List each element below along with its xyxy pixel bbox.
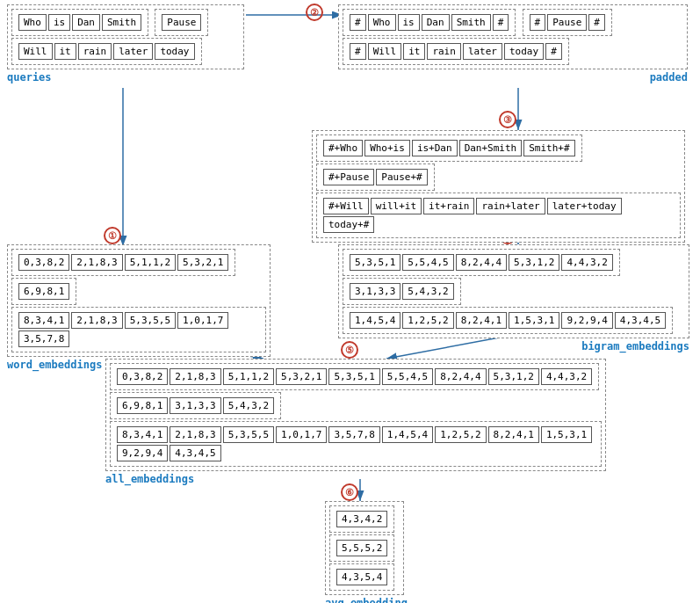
queries-label: queries: [7, 71, 244, 84]
b3-token-2: will+it: [371, 198, 422, 214]
be3-token-2: 1,2,5,2: [402, 312, 453, 329]
q3-token-1: Will: [18, 43, 53, 60]
q3-token-2: it: [54, 43, 76, 60]
b3-token-4: rain+later: [476, 198, 545, 214]
ae3-token-7: 1,2,5,2: [435, 426, 486, 443]
we1-token-1: 0,3,8,2: [18, 254, 69, 271]
p3-token-3: it: [403, 43, 425, 60]
ae1-token-1: 0,3,8,2: [117, 368, 168, 385]
be3-token-5: 9,2,9,4: [561, 312, 612, 329]
be1-token-3: 8,2,4,4: [456, 254, 507, 271]
queries-section: Who is Dan Smith Pause Will it rain late…: [7, 4, 244, 84]
we3-token-5: 3,5,7,8: [18, 331, 69, 347]
avg1-token-1: 4,3,4,2: [336, 511, 387, 527]
b3-token-1: #+Will: [323, 198, 369, 214]
we1-token-3: 5,1,1,2: [125, 254, 176, 271]
p2-token-3: #: [588, 14, 605, 31]
be2-token-2: 5,4,3,2: [402, 283, 453, 300]
b1-token-3: is+Dan: [412, 140, 458, 156]
q3-token-4: later: [113, 43, 153, 60]
padded-section: # Who is Dan Smith # # Pause # # Will it…: [338, 4, 688, 84]
q1-token-1: Who: [18, 14, 47, 31]
p3-token-4: rain: [427, 43, 461, 60]
ae3-token-8: 8,2,4,1: [488, 426, 539, 443]
we1-token-2: 2,1,8,3: [71, 254, 122, 271]
bigrams-section: #+Who Who+is is+Dan Dan+Smith Smith+# #+…: [312, 130, 685, 257]
be2-token-1: 3,1,3,3: [350, 283, 401, 300]
be3-token-3: 8,2,4,1: [456, 312, 507, 329]
p3-token-1: #: [350, 43, 366, 60]
ae2-token-2: 3,1,3,3: [170, 397, 220, 414]
b1-token-5: Smith+#: [523, 140, 574, 156]
q2-token-1: Pause: [162, 14, 201, 31]
b3-token-3: it+rain: [423, 198, 474, 214]
ae3-token-11: 4,3,4,5: [170, 445, 220, 461]
p2-token-2: Pause: [547, 14, 587, 31]
we3-token-1: 8,3,4,1: [18, 312, 69, 329]
p3-token-6: today: [504, 43, 544, 60]
b1-token-4: Dan+Smith: [459, 140, 523, 156]
step-2: ②: [306, 4, 323, 21]
p3-token-5: later: [463, 43, 502, 60]
ae3-token-1: 8,3,4,1: [117, 426, 168, 443]
ae3-token-3: 5,3,5,5: [223, 426, 274, 443]
b2-token-2: Pause+#: [376, 169, 427, 185]
we2-token-1: 6,9,8,1: [18, 283, 69, 300]
ae3-token-10: 9,2,9,4: [117, 445, 168, 461]
ae1-token-4: 5,3,2,1: [276, 368, 327, 385]
be1-token-1: 5,3,5,1: [350, 254, 401, 271]
bigram-embeddings-label: bigram_embeddings: [338, 340, 689, 352]
all-embeddings-label: all_embeddings: [105, 473, 606, 485]
we1-token-4: 5,3,2,1: [177, 254, 228, 271]
be3-token-4: 1,5,3,1: [509, 312, 559, 329]
p1-token-6: #: [493, 14, 509, 31]
p3-token-7: #: [545, 43, 562, 60]
p1-token-3: is: [398, 14, 420, 31]
p3-token-2: Will: [368, 43, 402, 60]
ae3-token-9: 1,5,3,1: [541, 426, 592, 443]
q1-token-4: Smith: [102, 14, 141, 31]
step-3: ③: [499, 111, 516, 128]
be3-token-6: 4,3,4,5: [615, 312, 666, 329]
ae1-token-2: 2,1,8,3: [170, 368, 220, 385]
p2-token-1: #: [530, 14, 546, 31]
p1-token-2: Who: [368, 14, 396, 31]
b3-token-5: later+today: [547, 198, 622, 214]
avg-embedding-label: avg_embedding: [325, 597, 408, 603]
b1-token-2: Who+is: [364, 140, 410, 156]
be1-token-5: 4,4,3,2: [561, 254, 612, 271]
all-embeddings-section: 0,3,8,2 2,1,8,3 5,1,1,2 5,3,2,1 5,3,5,1 …: [105, 359, 606, 485]
q3-token-3: rain: [78, 43, 112, 60]
be1-token-2: 5,5,4,5: [402, 254, 453, 271]
ae3-token-2: 2,1,8,3: [170, 426, 220, 443]
q3-token-5: today: [155, 43, 194, 60]
be1-token-4: 5,3,1,2: [509, 254, 559, 271]
avg-embedding-section: 4,3,4,2 5,5,5,2 4,3,5,4 avg_embedding: [325, 501, 408, 603]
ae3-token-4: 1,0,1,7: [276, 426, 327, 443]
ae2-token-3: 5,4,3,2: [223, 397, 274, 414]
we3-token-3: 5,3,5,5: [125, 312, 176, 329]
ae1-token-8: 5,3,1,2: [488, 368, 539, 385]
ae3-token-6: 1,4,5,4: [382, 426, 433, 443]
we3-token-2: 2,1,8,3: [71, 312, 122, 329]
bigram-embeddings-section: 5,3,5,1 5,5,4,5 8,2,4,4 5,3,1,2 4,4,3,2 …: [338, 244, 689, 352]
b3-token-6: today+#: [323, 216, 374, 233]
ae1-token-3: 5,1,1,2: [223, 368, 274, 385]
be3-token-1: 1,4,5,4: [350, 312, 401, 329]
step-6: ⑥: [341, 483, 358, 501]
ae1-token-7: 8,2,4,4: [435, 368, 486, 385]
avg3-token-1: 4,3,5,4: [336, 569, 387, 585]
padded-label: padded: [338, 71, 688, 84]
ae1-token-9: 4,4,3,2: [541, 368, 592, 385]
p1-token-1: #: [350, 14, 366, 31]
step-1: ①: [104, 227, 121, 244]
ae1-token-5: 5,3,5,1: [328, 368, 379, 385]
p1-token-5: Smith: [451, 14, 491, 31]
b1-token-1: #+Who: [323, 140, 363, 156]
p1-token-4: Dan: [422, 14, 450, 31]
b2-token-1: #+Pause: [323, 169, 374, 185]
word-embeddings-section: 0,3,8,2 2,1,8,3 5,1,1,2 5,3,2,1 6,9,8,1 …: [7, 244, 271, 371]
ae1-token-6: 5,5,4,5: [382, 368, 433, 385]
q1-token-2: is: [48, 14, 70, 31]
we3-token-4: 1,0,1,7: [177, 312, 228, 329]
